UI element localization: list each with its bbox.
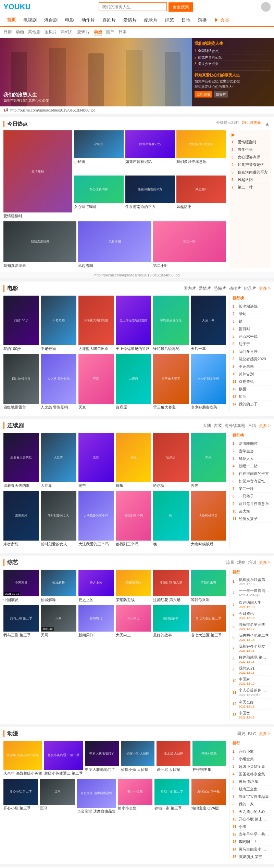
movie-card-10[interactable]: 雷三角大赛宝雷三角大赛宝	[153, 354, 188, 410]
movie-rank-14[interactable]: 14我的的步子	[233, 401, 271, 408]
nav-home[interactable]: 首页	[3, 14, 19, 26]
drama-card-11[interactable]: 大晚时候以后大晚时候以后	[191, 491, 226, 547]
anime-card-7[interactable]: 斑马斑马	[40, 779, 75, 814]
drama-tab-4[interactable]: 言情	[248, 423, 256, 429]
anime-more[interactable]: 更多 >	[259, 731, 271, 737]
variety-card-8[interactable]: 新闻周刊新闻周刊	[78, 605, 114, 638]
nav-doc[interactable]: 纪录片	[141, 14, 161, 26]
variety-card-11[interactable]: 老七大边区 第三季老七大边区 第三季	[191, 605, 226, 638]
drama-card-0[interactable]: 追着春天去的歌追着春天去的歌	[3, 433, 39, 489]
drama-card-3[interactable]: 镜报镜报	[116, 433, 151, 489]
variety-card-2[interactable]: 云之上的云之上的	[78, 570, 114, 603]
nav-more[interactable]: ▶ 会员	[211, 14, 233, 26]
subnav-domestic[interactable]: 国产	[106, 28, 114, 36]
nav-comedy[interactable]: 喜剧片	[99, 14, 119, 26]
rank-item-1[interactable]: 1爱情睡翻时	[232, 139, 269, 146]
drama-rank-11[interactable]: 11经历女孩子	[233, 515, 271, 523]
subnav-other[interactable]: 其他剧	[28, 28, 40, 36]
variety-tab-3[interactable]: 培训	[248, 560, 256, 566]
anime-rank-13[interactable]: 13哦哟啊！！	[233, 838, 271, 846]
anime-rank-2[interactable]: 2小组全集	[233, 755, 271, 763]
scroll-up-btn[interactable]: ▲	[264, 120, 271, 128]
drama-more[interactable]: 更多 >	[259, 423, 271, 429]
anime-card-1[interactable]: 超级小英雄通二 第二季超级小英雄通二 第二季	[44, 741, 83, 776]
movie-rank-3[interactable]: 3错	[233, 318, 271, 325]
movies-more[interactable]: 更多 >	[259, 286, 271, 292]
nav-region[interactable]: 日地	[178, 14, 194, 26]
anime-rank-8[interactable]: 8我的一家	[233, 801, 271, 808]
movie-card-5[interactable]: 天后一幕天后一幕	[191, 296, 226, 351]
movies-tab-horror[interactable]: 恐怖片	[214, 286, 226, 292]
anime-rank-5[interactable]: 5斑马 第八集	[233, 778, 271, 786]
movie-rank-6[interactable]: 6红子于	[233, 340, 271, 348]
movies-tab-domestic[interactable]: 国内片	[184, 286, 196, 292]
anime-card-4[interactable]: 迪士尼 大侦探迪士尼 大侦探	[157, 741, 190, 776]
anime-card-9[interactable]: 熊小小全集熊小小全集	[118, 779, 152, 814]
rank-item-3[interactable]: 3女心理咨询师	[232, 154, 269, 161]
subnav-japanese[interactable]: 日剧	[3, 28, 12, 36]
subnav-scifi[interactable]: 科幻片	[61, 28, 73, 36]
variety-card-6[interactable]: 我与三邑 第三季我与三邑 第三季	[3, 605, 39, 638]
nav-romance[interactable]: 爱情片	[120, 14, 140, 26]
variety-card-0[interactable]: 中国演员2021-12-18中国演员	[3, 570, 39, 603]
movie-rank-4[interactable]: 4盲目叫	[233, 325, 271, 333]
drama-rank-5[interactable]: 5住在河南道的平方	[233, 470, 271, 478]
subnav-animation[interactable]: 动画	[16, 28, 24, 36]
nav-tv[interactable]: 电视剧	[20, 14, 40, 26]
movie-card-4[interactable]: 绿蛇最后说再见绿蛇最后说再见	[153, 296, 188, 351]
rank-item-7[interactable]: 7第二十叶	[232, 184, 269, 191]
hot-card-5[interactable]: 住在河南道的平方 住在河南道的平方	[125, 176, 175, 219]
drama-card-8[interactable]: 大法我爱的三个吗大法我爱的三个吗	[78, 491, 114, 547]
subnav-horror[interactable]: 恐怖片	[77, 28, 90, 36]
watch-btn[interactable]: 立即观看	[195, 91, 212, 98]
drama-rank-2[interactable]: 2当学生当	[233, 448, 271, 455]
drama-rank-8[interactable]: 8一只俗子	[233, 493, 271, 500]
drama-card-10[interactable]: 晚晚	[153, 491, 188, 547]
variety-rank-3[interactable]: 3欢迎访问人生2021-12-18	[233, 599, 271, 610]
drama-tab-3[interactable]: 海外续集剧	[225, 423, 245, 429]
drama-rank-3[interactable]: 3鲜花人人	[233, 455, 271, 463]
drama-card-2[interactable]: 光芒光芒	[78, 433, 114, 489]
variety-rank-6[interactable]: 6我去乘坐吧第二季2021-12-18	[233, 632, 271, 643]
drama-card-9[interactable]: 都找到三个吗都找到三个吗	[116, 491, 151, 547]
variety-rank-12[interactable]: 12今天也好2021-12-18	[233, 699, 271, 710]
anime-rank-10[interactable]: 10开心小歌 第上学期近期到校	[233, 816, 271, 823]
anime-rank-1[interactable]: 1开心小歌	[233, 748, 271, 755]
hot-card-7[interactable]: 我知真爱结果 我知真爱结果	[3, 221, 76, 268]
movie-rank-8[interactable]: 8清总者感觉2020	[233, 355, 271, 363]
anime-tab-2[interactable]: BLC	[248, 731, 256, 736]
anime-rank-15[interactable]: 15演媒演技 第三	[233, 853, 271, 861]
hot-card-2[interactable]: 如觉声音有记忆 如觉声音有记忆	[125, 130, 175, 174]
movie-rank-13[interactable]: 13加油	[233, 393, 271, 401]
drama-card-4[interactable]: 哈尔沃哈尔沃	[153, 433, 188, 489]
rank-item-6[interactable]: 6风起洛阳	[232, 176, 269, 184]
drama-card-6[interactable]: 亲密所想亲密所想	[3, 491, 39, 547]
subnav-japan[interactable]: 日本	[119, 28, 127, 36]
rank-item-5[interactable]: 5住在河南道的平方	[232, 169, 269, 176]
drama-rank-4[interactable]: 4新经十二钻	[233, 463, 271, 470]
hot-card-4[interactable]: 女心理咨询师 女心理咨询师	[74, 176, 124, 219]
drama-card-1[interactable]: 大世界大世界	[41, 433, 76, 489]
variety-more[interactable]: 更多 >	[259, 560, 271, 566]
avatar[interactable]	[261, 2, 271, 12]
variety-rank-10[interactable]: 10中国麻2021-12-10	[233, 676, 271, 687]
nav-variety[interactable]: 综艺	[162, 14, 177, 26]
variety-card-3[interactable]: 荣耀防卫战荣耀防卫战	[116, 570, 151, 603]
variety-rank-1[interactable]: 1德鑫娱乐联盟第二季2021-12-18	[233, 576, 271, 587]
variety-rank-13[interactable]: 13中国音2021-12-18	[233, 710, 271, 721]
movie-card-8[interactable]: 灭真灭真	[78, 354, 114, 410]
drama-card-7[interactable]: 前时刻爱的女人前时刻爱的女人	[41, 491, 76, 547]
movie-rank-9[interactable]: 9不还未来	[233, 363, 271, 371]
movie-rank-7[interactable]: 7我们多月停	[233, 348, 271, 355]
movie-rank-11[interactable]: 11双把关机	[233, 378, 271, 386]
variety-card-9[interactable]: 大天向上大天向上	[116, 605, 151, 638]
hot-card-6[interactable]: 风起洛阳 风起洛阳	[176, 176, 226, 219]
variety-card-7[interactable]: 天网2021-12天网	[41, 605, 76, 638]
variety-card-1[interactable]: 仙城解释仙城解释	[41, 570, 76, 603]
variety-rank-11[interactable]: 11个人公提的你 第3集2021-12-28(终)	[233, 687, 271, 699]
anime-rank-14[interactable]: 14斑马自由宝小 决定！	[233, 846, 271, 853]
search-button[interactable]: 全全搜索	[169, 2, 193, 12]
movie-rank-1[interactable]: 1长津湖决战	[233, 303, 271, 310]
variety-rank-7[interactable]: 7我和好多个朋友2021-12-18	[233, 643, 271, 654]
movie-rank-5[interactable]: 5冰点水平线	[233, 333, 271, 340]
